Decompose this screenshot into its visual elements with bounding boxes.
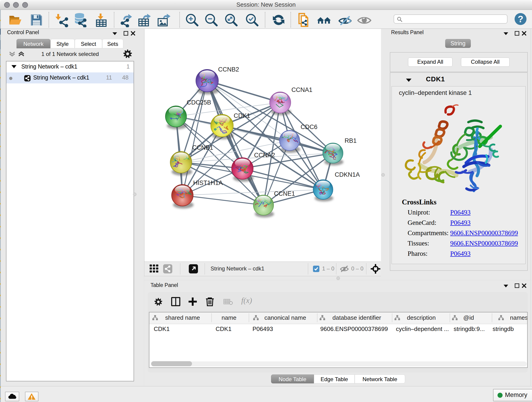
svg-text:CDKN1A: CDKN1A	[335, 171, 360, 178]
svg-text:CCNA1: CCNA1	[291, 86, 312, 93]
svg-text:CCNB1: CCNB1	[192, 144, 213, 151]
svg-text:HIST1H1A: HIST1H1A	[193, 179, 223, 186]
svg-text:CCNA2: CCNA2	[254, 152, 275, 159]
svg-text:CDC6: CDC6	[301, 123, 317, 130]
svg-text:RB1: RB1	[345, 137, 357, 144]
svg-text:CCNE1: CCNE1	[274, 190, 295, 197]
svg-text:CCNB2: CCNB2	[218, 66, 239, 73]
svg-text:CDC25B: CDC25B	[187, 99, 211, 106]
svg-text:CDK1: CDK1	[234, 112, 250, 119]
